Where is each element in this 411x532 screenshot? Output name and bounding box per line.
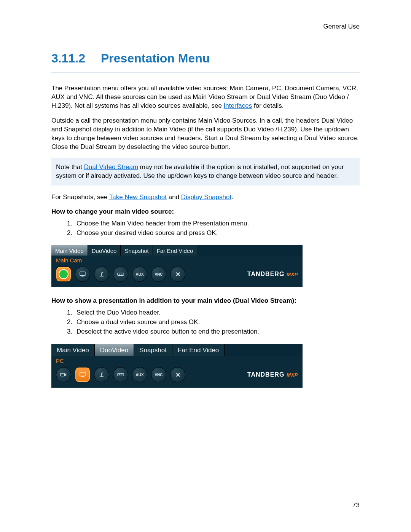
link-display-snapshot[interactable]: Display Snapshot — [181, 193, 231, 201]
source-buttons: AUX VNC ✕ TANDBERG MXP — [51, 264, 303, 287]
svg-rect-7 — [81, 376, 83, 377]
monitor-icon — [79, 372, 86, 377]
source-main-camera[interactable] — [56, 367, 71, 382]
heading-rule — [51, 72, 360, 73]
source-pc[interactable] — [75, 367, 90, 382]
svg-rect-6 — [80, 372, 85, 376]
doccam-icon — [98, 272, 105, 277]
camera-icon — [60, 372, 67, 377]
tab-far-end[interactable]: Far End Video — [172, 344, 225, 356]
vcr-icon — [117, 272, 124, 277]
step: Choose a dual video source and press OK. — [74, 318, 360, 327]
close-icon: ✕ — [175, 371, 180, 379]
close-icon: ✕ — [175, 271, 180, 278]
note-text: Note that Dual Video Stream may not be a… — [56, 163, 355, 181]
section-heading: 3.11.2 Presentation Menu — [51, 51, 360, 66]
tab-bar: Main Video DuoVideo Snapshot Far End Vid… — [51, 344, 303, 356]
page-number: 73 — [352, 502, 360, 509]
tab-far-end[interactable]: Far End Video — [153, 245, 198, 256]
tab-main-video[interactable]: Main Video — [51, 245, 88, 256]
svg-rect-5 — [61, 373, 65, 376]
header-section: General Use — [323, 23, 360, 30]
brand-label: TANDBERG MXP — [247, 371, 298, 378]
svg-rect-1 — [81, 276, 83, 277]
svg-rect-8 — [118, 374, 124, 376]
tab-snapshot[interactable]: Snapshot — [134, 344, 172, 356]
camera-icon — [59, 269, 68, 279]
step: Deselect the active video source button … — [74, 328, 360, 336]
presentation-menu-screenshot-main: Main Video DuoVideo Snapshot Far End Vid… — [51, 245, 303, 287]
note-box: Note that Dual Video Stream may not be a… — [51, 158, 360, 186]
tab-duo-video[interactable]: DuoVideo — [88, 245, 121, 256]
source-close[interactable]: ✕ — [170, 267, 185, 282]
source-main-camera[interactable] — [56, 267, 71, 282]
source-aux[interactable]: AUX — [132, 367, 147, 382]
paragraph-snapshots: For Snapshots, see Take New Snapshot and… — [51, 193, 360, 202]
link-dual-video-stream[interactable]: Dual Video Stream — [84, 163, 138, 171]
source-pc[interactable] — [75, 267, 90, 282]
subheading-dual-stream: How to show a presentation in addition t… — [51, 297, 360, 305]
heading-title: Presentation Menu — [101, 51, 210, 66]
vcr-icon — [117, 372, 124, 377]
svg-point-4 — [121, 274, 122, 275]
source-buttons: AUX VNC ✕ TANDBERG MXP — [51, 364, 303, 388]
source-vcr[interactable] — [113, 367, 128, 382]
source-aux[interactable]: AUX — [132, 267, 147, 282]
heading-number: 3.11.2 — [51, 51, 89, 66]
monitor-icon — [79, 272, 86, 277]
paragraph-intro: The Presentation menu offers you all ava… — [51, 84, 360, 110]
svg-rect-0 — [80, 272, 85, 276]
document-page: General Use 3.11.2 Presentation Menu The… — [0, 0, 411, 532]
tab-duo-video[interactable]: DuoVideo — [95, 344, 134, 356]
svg-point-10 — [121, 374, 122, 375]
selected-source-label: PC — [51, 356, 303, 364]
tab-snapshot[interactable]: Snapshot — [121, 245, 153, 256]
svg-point-3 — [119, 274, 120, 275]
step: Choose the Main Video header from the Pr… — [74, 219, 360, 228]
svg-rect-2 — [118, 273, 124, 276]
source-doc-camera[interactable] — [94, 367, 109, 382]
step: Choose your desired video source and pre… — [74, 229, 360, 238]
link-take-snapshot[interactable]: Take New Snapshot — [109, 193, 167, 201]
source-vcr[interactable] — [113, 267, 128, 282]
presentation-menu-screenshot-duo: Main Video DuoVideo Snapshot Far End Vid… — [51, 344, 303, 388]
step: Select the Duo Video header. — [74, 308, 360, 317]
tab-bar: Main Video DuoVideo Snapshot Far End Vid… — [51, 245, 303, 256]
svg-point-9 — [119, 374, 120, 375]
steps-change-source: Choose the Main Video header from the Pr… — [51, 219, 360, 238]
subheading-change-source: How to change your main video source: — [51, 208, 360, 216]
tab-main-video[interactable]: Main Video — [51, 344, 95, 356]
source-vnc[interactable]: VNC — [151, 267, 166, 282]
paragraph-usage: Outside a call the presentation menu onl… — [51, 117, 360, 152]
link-interfaces[interactable]: Interfaces — [224, 102, 252, 109]
doccam-icon — [98, 372, 105, 377]
selected-source-label: Main Cam — [51, 256, 303, 264]
source-close[interactable]: ✕ — [170, 367, 185, 382]
source-doc-camera[interactable] — [94, 267, 109, 282]
brand-label: TANDBERG MXP — [247, 271, 298, 278]
steps-dual-stream: Select the Duo Video header. Choose a du… — [51, 308, 360, 336]
source-vnc[interactable]: VNC — [151, 367, 166, 382]
